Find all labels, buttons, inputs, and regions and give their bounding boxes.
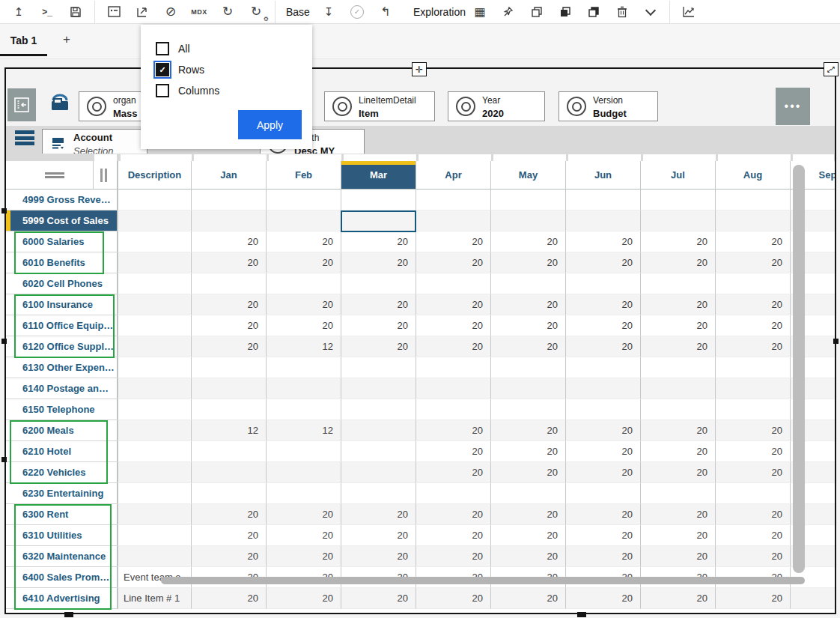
value-cell[interactable]: 20 (715, 336, 790, 357)
value-cell[interactable]: 20 (341, 546, 416, 567)
value-cell[interactable]: 20 (191, 588, 266, 609)
value-cell[interactable] (266, 441, 341, 462)
value-cell[interactable] (341, 190, 416, 210)
tab-1[interactable]: Tab 1 (0, 24, 47, 56)
value-cell[interactable] (416, 190, 490, 210)
axis-splitter-icon[interactable] (100, 169, 109, 182)
refresh-settings-icon[interactable]: ↻⚙ (246, 1, 266, 23)
row-header[interactable]: 6200 Meals (6, 420, 118, 441)
value-cell[interactable] (341, 462, 416, 483)
value-cell[interactable]: 20 (490, 294, 565, 315)
value-cell[interactable] (565, 483, 640, 504)
selection-nub-bottom-left[interactable] (64, 612, 73, 617)
value-cell[interactable]: 12 (266, 420, 341, 441)
chart-icon[interactable] (679, 1, 699, 23)
value-cell[interactable]: 20 (416, 294, 490, 315)
column-header-jan[interactable]: Jan (191, 161, 266, 190)
value-cell[interactable]: 20 (266, 546, 341, 567)
value-cell[interactable] (341, 441, 416, 462)
description-cell[interactable] (118, 525, 191, 546)
row-header[interactable]: 6020 Cell Phones (6, 273, 118, 294)
value-cell[interactable] (490, 190, 565, 210)
description-cell[interactable] (118, 294, 191, 315)
row-header[interactable]: 5999 Cost of Sales (6, 210, 118, 231)
value-cell[interactable]: 20 (640, 546, 715, 567)
value-cell[interactable]: 20 (416, 315, 490, 336)
value-cell[interactable]: 20 (191, 504, 266, 525)
value-cell[interactable]: 20 (640, 504, 715, 525)
collapse-overview-button[interactable] (7, 88, 36, 121)
value-cell[interactable]: 20 (416, 231, 490, 252)
column-header-description[interactable]: Description (118, 161, 191, 190)
value-cell[interactable] (715, 357, 790, 378)
value-cell[interactable] (640, 399, 715, 420)
value-cell[interactable] (191, 378, 266, 399)
value-cell[interactable] (490, 399, 565, 420)
value-cell[interactable] (416, 378, 490, 399)
value-cell[interactable]: 20 (490, 231, 565, 252)
value-cell[interactable]: 20 (640, 588, 715, 609)
value-cell[interactable] (341, 210, 416, 231)
value-cell[interactable] (640, 273, 715, 294)
description-cell[interactable] (118, 420, 191, 441)
sandbox-dropper-icon[interactable]: ↧ (319, 1, 338, 23)
value-cell[interactable] (191, 483, 266, 504)
upload-icon[interactable]: ↥ (9, 1, 28, 23)
value-cell[interactable]: 20 (341, 525, 416, 546)
value-cell[interactable]: 20 (640, 294, 715, 315)
row-header[interactable]: 6230 Entertaining (6, 483, 118, 504)
row-menu-icon[interactable] (45, 172, 64, 178)
value-cell[interactable] (640, 210, 715, 231)
value-cell[interactable]: 20 (341, 588, 416, 609)
add-tab-button[interactable]: + (58, 31, 75, 48)
column-header-jun[interactable]: Jun (565, 161, 640, 190)
value-cell[interactable]: 12 (191, 420, 266, 441)
value-cell[interactable] (191, 462, 266, 483)
widget-resize-handle[interactable]: ↙↗ (824, 62, 839, 76)
value-cell[interactable] (715, 483, 790, 504)
column-header-mar[interactable]: Mar (341, 161, 416, 190)
value-cell[interactable] (416, 273, 490, 294)
value-cell[interactable]: 20 (715, 231, 790, 252)
value-cell[interactable]: 20 (565, 252, 640, 273)
description-cell[interactable] (118, 252, 191, 273)
value-cell[interactable]: 20 (640, 336, 715, 357)
value-cell[interactable]: 20 (490, 525, 565, 546)
value-cell[interactable]: 20 (715, 315, 790, 336)
value-cell[interactable] (490, 483, 565, 504)
value-cell[interactable] (266, 483, 341, 504)
value-cell[interactable] (191, 273, 266, 294)
checkbox-icon[interactable] (156, 42, 169, 55)
value-cell[interactable] (490, 210, 565, 231)
value-cell[interactable] (341, 357, 416, 378)
column-header-feb[interactable]: Feb (266, 161, 341, 190)
widget-card-icon[interactable] (104, 1, 124, 23)
value-cell[interactable]: 20 (341, 294, 416, 315)
row-header[interactable]: 6010 Benefits (6, 252, 118, 273)
row-header[interactable]: 6000 Salaries (6, 231, 118, 252)
exploration-label[interactable]: Exploration (413, 6, 466, 18)
value-cell[interactable]: 20 (266, 315, 341, 336)
description-cell[interactable] (118, 483, 191, 504)
value-cell[interactable] (715, 273, 790, 294)
value-cell[interactable]: 20 (341, 252, 416, 273)
value-cell[interactable]: 20 (416, 252, 490, 273)
row-header[interactable]: 6120 Office Suppl… (6, 336, 118, 357)
value-cell[interactable]: 20 (715, 588, 790, 609)
value-cell[interactable]: 20 (191, 336, 266, 357)
value-cell[interactable]: 20 (416, 441, 490, 462)
checkbox-option-all[interactable]: All (156, 41, 190, 56)
value-cell[interactable]: 20 (715, 525, 790, 546)
value-cell[interactable]: 20 (266, 504, 341, 525)
value-cell[interactable]: 20 (490, 546, 565, 567)
description-cell[interactable] (118, 546, 191, 567)
row-header[interactable]: 6150 Telephone (6, 399, 118, 420)
column-header-aug[interactable]: Aug (715, 161, 790, 190)
value-cell[interactable] (266, 210, 341, 231)
row-header[interactable]: 6320 Maintenance (6, 546, 118, 567)
value-cell[interactable] (715, 378, 790, 399)
value-cell[interactable]: 20 (565, 231, 640, 252)
checkbox-icon[interactable] (156, 84, 169, 97)
value-cell[interactable] (341, 483, 416, 504)
description-cell[interactable] (118, 504, 191, 525)
